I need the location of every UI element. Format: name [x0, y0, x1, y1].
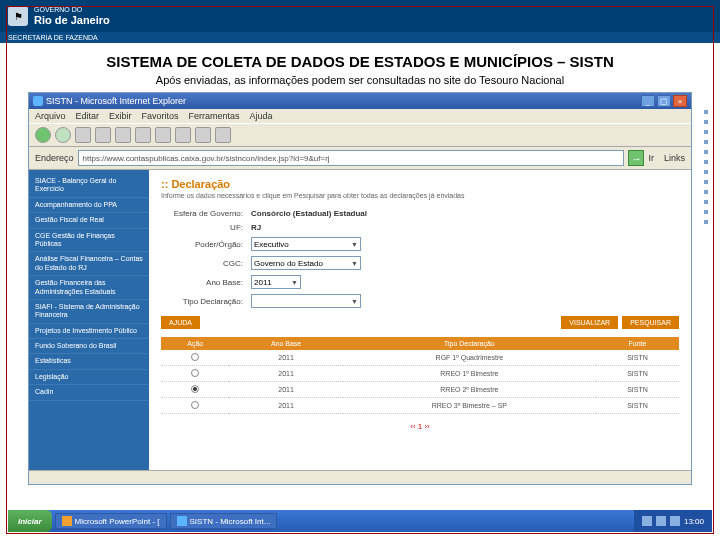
clock: 13:00 [684, 517, 704, 526]
row-radio[interactable] [191, 401, 199, 409]
declaration-subtitle: Informe os dados necessários e clique em… [161, 192, 679, 199]
tray-icon[interactable] [656, 516, 666, 526]
ano-select[interactable]: 2011▼ [251, 275, 301, 289]
ano-label: Ano Base: [161, 278, 251, 287]
results-table: Ação Ano Base Tipo Declaração Fonte 2011… [161, 337, 679, 414]
table-row: 2011 RGF 1º Quadrimestre SISTN [161, 350, 679, 366]
declaration-title: :: Declaração [161, 178, 679, 190]
cgc-select[interactable]: Governo do Estado▼ [251, 256, 361, 270]
system-tray[interactable]: 13:00 [634, 510, 712, 532]
pager[interactable]: ‹‹ 1 ›› [161, 422, 679, 431]
tipo-select[interactable]: ▼ [251, 294, 361, 308]
tipo-label: Tipo Declaração: [161, 297, 251, 306]
row-radio[interactable] [191, 369, 199, 377]
poder-select[interactable]: Executivo▼ [251, 237, 361, 251]
powerpoint-icon [62, 516, 72, 526]
poder-label: Poder/Órgão: [161, 240, 251, 249]
uf-value: RJ [251, 223, 261, 232]
chevron-down-icon: ▼ [351, 241, 358, 248]
taskbar-item[interactable]: Microsoft PowerPoint - [ [55, 513, 167, 529]
cgc-label: CGC: [161, 259, 251, 268]
chevron-down-icon: ▼ [291, 279, 298, 286]
ie-icon [177, 516, 187, 526]
taskbar: Iniciar Microsoft PowerPoint - [ SISTN -… [8, 510, 712, 532]
main-content: :: Declaração Informe os dados necessári… [149, 170, 691, 470]
uf-label: UF: [161, 223, 251, 232]
tray-icon[interactable] [670, 516, 680, 526]
chevron-down-icon: ▼ [351, 298, 358, 305]
th-tipo: Tipo Declaração [343, 337, 596, 350]
table-row: 2011 RREO 2º Bimestre SISTN [161, 382, 679, 398]
pesquisar-button[interactable]: PESQUISAR [622, 316, 679, 329]
row-radio[interactable] [191, 385, 199, 393]
esfera-label: Esfera de Governo: [161, 209, 251, 218]
visualizar-button[interactable]: VISUALIZAR [561, 316, 618, 329]
row-radio[interactable] [191, 353, 199, 361]
table-row: 2011 RREO 3º Bimestre – SP SISTN [161, 398, 679, 414]
esfera-value: Consórcio (Estadual) Estadual [251, 209, 367, 218]
tray-icon[interactable] [642, 516, 652, 526]
chevron-down-icon: ▼ [351, 260, 358, 267]
taskbar-item[interactable]: SISTN - Microsoft Int... [170, 513, 278, 529]
th-ano: Ano Base [229, 337, 342, 350]
th-fonte: Fonte [596, 337, 679, 350]
table-row: 2011 RREO 1º Bimestre SISTN [161, 366, 679, 382]
slide-decor [704, 110, 710, 230]
th-acao: Ação [161, 337, 229, 350]
ajuda-button[interactable]: AJUDA [161, 316, 200, 329]
start-button[interactable]: Iniciar [8, 510, 52, 532]
